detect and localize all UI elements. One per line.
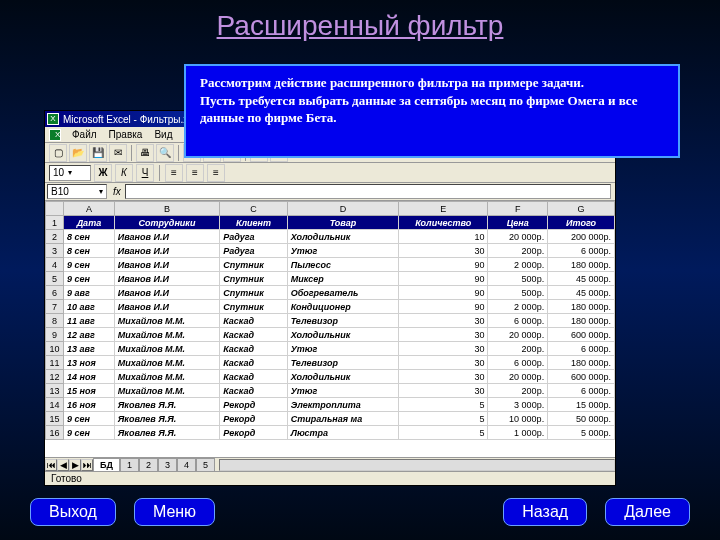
- row-header[interactable]: 4: [46, 258, 64, 272]
- tab-next-icon[interactable]: ▶: [69, 459, 81, 471]
- table-header-cell[interactable]: Количество: [399, 216, 488, 230]
- cell-client[interactable]: Каскад: [220, 314, 287, 328]
- tab-prev-icon[interactable]: ◀: [57, 459, 69, 471]
- cell-client[interactable]: Каскад: [220, 384, 287, 398]
- cell-client[interactable]: Каскад: [220, 328, 287, 342]
- cell-client[interactable]: Спутник: [220, 300, 287, 314]
- cell-price[interactable]: 20 000р.: [488, 230, 548, 244]
- cell-employee[interactable]: Иванов И.И: [114, 258, 220, 272]
- row-header[interactable]: 2: [46, 230, 64, 244]
- back-button[interactable]: Назад: [503, 498, 587, 526]
- cell-total[interactable]: 15 000р.: [548, 398, 615, 412]
- cell-qty[interactable]: 30: [399, 244, 488, 258]
- cell-product[interactable]: Холодильник: [287, 328, 398, 342]
- cell-employee[interactable]: Иванов И.И: [114, 230, 220, 244]
- cell-total[interactable]: 5 000р.: [548, 426, 615, 440]
- cell-client[interactable]: Каскад: [220, 356, 287, 370]
- cell-product[interactable]: Кондиционер: [287, 300, 398, 314]
- cell-product[interactable]: Электроплита: [287, 398, 398, 412]
- menu-button[interactable]: Меню: [134, 498, 215, 526]
- next-button[interactable]: Далее: [605, 498, 690, 526]
- cell-qty[interactable]: 30: [399, 370, 488, 384]
- cell-total[interactable]: 600 000р.: [548, 370, 615, 384]
- table-header-cell[interactable]: Клиент: [220, 216, 287, 230]
- cell-qty[interactable]: 30: [399, 342, 488, 356]
- cell-price[interactable]: 200р.: [488, 342, 548, 356]
- cell-product[interactable]: Холодильник: [287, 230, 398, 244]
- cell-employee[interactable]: Михайлов М.М.: [114, 342, 220, 356]
- horizontal-scrollbar[interactable]: [219, 459, 615, 471]
- row-header[interactable]: 12: [46, 370, 64, 384]
- sheet-tab-active[interactable]: БД: [93, 458, 120, 471]
- align-center-icon[interactable]: ≡: [186, 164, 204, 182]
- cell-date[interactable]: 9 сен: [64, 426, 115, 440]
- cell-price[interactable]: 20 000р.: [488, 370, 548, 384]
- column-header[interactable]: B: [114, 202, 220, 216]
- column-header[interactable]: A: [64, 202, 115, 216]
- row-header[interactable]: 3: [46, 244, 64, 258]
- open-icon[interactable]: 📂: [69, 144, 87, 162]
- exit-button[interactable]: Выход: [30, 498, 116, 526]
- cell-total[interactable]: 180 000р.: [548, 356, 615, 370]
- cell-client[interactable]: Каскад: [220, 342, 287, 356]
- cell-employee[interactable]: Михайлов М.М.: [114, 370, 220, 384]
- cell-client[interactable]: Рекорд: [220, 412, 287, 426]
- cell-date[interactable]: 11 авг: [64, 314, 115, 328]
- cell-product[interactable]: Стиральная ма: [287, 412, 398, 426]
- cell-employee[interactable]: Михайлов М.М.: [114, 314, 220, 328]
- cell-date[interactable]: 9 авг: [64, 286, 115, 300]
- cell-price[interactable]: 6 000р.: [488, 356, 548, 370]
- sheet-tab[interactable]: 3: [158, 458, 177, 471]
- cell-qty[interactable]: 30: [399, 328, 488, 342]
- cell-date[interactable]: 9 сен: [64, 412, 115, 426]
- sheet-tab[interactable]: 5: [196, 458, 215, 471]
- cell-qty[interactable]: 30: [399, 384, 488, 398]
- column-header[interactable]: F: [488, 202, 548, 216]
- table-header-cell[interactable]: Итого: [548, 216, 615, 230]
- cell-product[interactable]: Телевизор: [287, 356, 398, 370]
- table-header-cell[interactable]: Дата: [64, 216, 115, 230]
- save-icon[interactable]: 💾: [89, 144, 107, 162]
- column-header[interactable]: G: [548, 202, 615, 216]
- cell-total[interactable]: 6 000р.: [548, 244, 615, 258]
- table-header-cell[interactable]: Цена: [488, 216, 548, 230]
- cell-date[interactable]: 10 авг: [64, 300, 115, 314]
- sheet-tab[interactable]: 2: [139, 458, 158, 471]
- cell-date[interactable]: 14 ноя: [64, 370, 115, 384]
- cell-qty[interactable]: 90: [399, 300, 488, 314]
- cell-client[interactable]: Рекорд: [220, 398, 287, 412]
- cell-date[interactable]: 8 сен: [64, 230, 115, 244]
- cell-price[interactable]: 1 000р.: [488, 426, 548, 440]
- cell-product[interactable]: Утюг: [287, 244, 398, 258]
- cell-product[interactable]: Утюг: [287, 384, 398, 398]
- cell-qty[interactable]: 5: [399, 426, 488, 440]
- cell-total[interactable]: 45 000р.: [548, 286, 615, 300]
- row-header[interactable]: 5: [46, 272, 64, 286]
- cell-employee[interactable]: Михайлов М.М.: [114, 356, 220, 370]
- menu-file[interactable]: Файл: [67, 129, 102, 140]
- column-header[interactable]: C: [220, 202, 287, 216]
- cell-total[interactable]: 180 000р.: [548, 314, 615, 328]
- cell-employee[interactable]: Яковлев Я.Я.: [114, 426, 220, 440]
- cell-price[interactable]: 500р.: [488, 286, 548, 300]
- cell-client[interactable]: Радуга: [220, 244, 287, 258]
- cell-employee[interactable]: Яковлев Я.Я.: [114, 398, 220, 412]
- cell-price[interactable]: 20 000р.: [488, 328, 548, 342]
- cell-employee[interactable]: Иванов И.И: [114, 244, 220, 258]
- cell-qty[interactable]: 90: [399, 258, 488, 272]
- cell-date[interactable]: 13 ноя: [64, 356, 115, 370]
- cell-price[interactable]: 200р.: [488, 384, 548, 398]
- cell-total[interactable]: 600 000р.: [548, 328, 615, 342]
- cell-date[interactable]: 8 сен: [64, 244, 115, 258]
- sheet-tab[interactable]: 4: [177, 458, 196, 471]
- italic-icon[interactable]: К: [115, 164, 133, 182]
- cell-employee[interactable]: Михайлов М.М.: [114, 328, 220, 342]
- cell-qty[interactable]: 5: [399, 412, 488, 426]
- cell-employee[interactable]: Михайлов М.М.: [114, 384, 220, 398]
- cell-product[interactable]: Миксер: [287, 272, 398, 286]
- cell-total[interactable]: 45 000р.: [548, 272, 615, 286]
- cell-client[interactable]: Спутник: [220, 272, 287, 286]
- tab-first-icon[interactable]: ⏮: [45, 459, 57, 471]
- row-header[interactable]: 13: [46, 384, 64, 398]
- preview-icon[interactable]: 🔍: [156, 144, 174, 162]
